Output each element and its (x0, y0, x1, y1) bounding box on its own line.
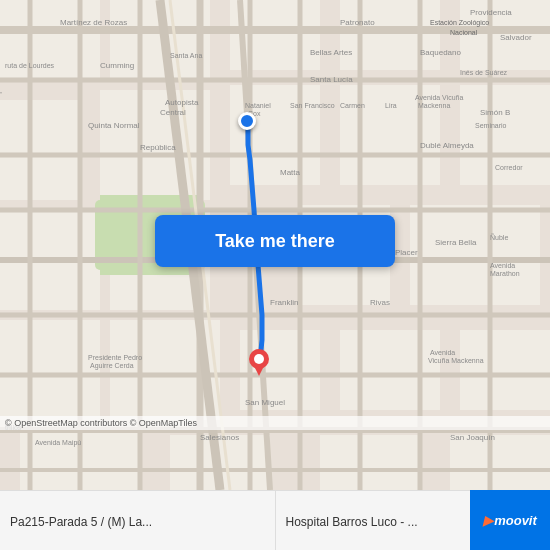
svg-rect-18 (340, 330, 440, 410)
svg-text:Inés de Suárez: Inés de Suárez (460, 69, 508, 76)
svg-rect-6 (0, 100, 80, 200)
svg-text:Placer: Placer (395, 248, 418, 257)
bottom-bar: Pa215-Parada 5 / (M) La... Hospital Barr… (0, 490, 550, 550)
svg-text:Cumming: Cumming (100, 61, 134, 70)
svg-text:Corredor: Corredor (495, 164, 523, 171)
svg-rect-23 (450, 435, 550, 490)
svg-text:Autopista: Autopista (165, 98, 199, 107)
svg-text:Mackenna: Mackenna (418, 102, 450, 109)
moovit-logo: ▶ moovit (470, 490, 550, 550)
svg-text:Ñuble: Ñuble (490, 233, 508, 241)
svg-text:San Miguel: San Miguel (245, 398, 285, 407)
svg-text:Matta: Matta (280, 168, 301, 177)
map-attribution: © OpenStreetMap contributors © OpenMapTi… (0, 416, 550, 430)
svg-text:Nacional: Nacional (450, 29, 478, 36)
svg-text:Salvador: Salvador (500, 33, 532, 42)
take-me-there-button[interactable]: Take me there (155, 215, 395, 267)
moovit-arrow-icon: ▶ (483, 513, 493, 528)
svg-text:Aguirre Cerda: Aguirre Cerda (90, 362, 134, 370)
svg-text:Central: Central (160, 108, 186, 117)
svg-text:San Francisco: San Francisco (290, 102, 335, 109)
svg-text:Avenida Maipú: Avenida Maipú (35, 439, 81, 447)
svg-text:ruta de Lourdes: ruta de Lourdes (5, 62, 55, 69)
svg-text:Carmen: Carmen (340, 102, 365, 109)
svg-rect-15 (0, 320, 100, 420)
svg-text:Sierra Bella: Sierra Bella (435, 238, 477, 247)
svg-text:Bellas Artes: Bellas Artes (310, 48, 352, 57)
svg-rect-4 (340, 0, 440, 70)
svg-text:Patronato: Patronato (340, 18, 375, 27)
svg-rect-22 (320, 435, 420, 490)
svg-text:Rivas: Rivas (370, 298, 390, 307)
svg-text:Vicuña Mackenna: Vicuña Mackenna (428, 357, 484, 364)
svg-text:Presidente Pedro: Presidente Pedro (88, 354, 142, 361)
svg-text:Dublé Almeyda: Dublé Almeyda (420, 141, 474, 150)
svg-rect-14 (410, 205, 540, 305)
svg-text:Avenida: Avenida (490, 262, 515, 269)
map-container: Martínez de Rozas Patronato Estación Zoo… (0, 0, 550, 490)
svg-text:Providencia: Providencia (470, 8, 512, 17)
svg-text:Lira: Lira (385, 102, 397, 109)
svg-text:Santa Ana: Santa Ana (170, 52, 202, 59)
svg-text:República: República (140, 143, 176, 152)
svg-marker-99 (253, 364, 265, 376)
svg-text:Avenida Vicuña: Avenida Vicuña (415, 94, 463, 101)
svg-text:Avenida: Avenida (430, 349, 455, 356)
origin-section: Pa215-Parada 5 / (M) La... (0, 491, 276, 550)
origin-label: Pa215-Parada 5 / (M) La... (10, 515, 265, 529)
svg-point-100 (254, 354, 264, 364)
moovit-label: moovit (494, 513, 537, 528)
svg-text:Estación Zoológico: Estación Zoológico (430, 19, 489, 27)
svg-text:Martínez de Rozas: Martínez de Rozas (60, 18, 127, 27)
svg-text:Simón B: Simón B (480, 108, 510, 117)
destination-marker (248, 348, 270, 378)
origin-marker (238, 112, 256, 130)
svg-text:Seminario: Seminario (475, 122, 507, 129)
svg-rect-19 (460, 330, 550, 410)
svg-text:Marathon: Marathon (490, 270, 520, 277)
svg-text:Salesianos: Salesianos (200, 433, 239, 442)
svg-text:Franklin: Franklin (270, 298, 298, 307)
svg-text:Baquedano: Baquedano (420, 48, 461, 57)
svg-text:Nataniel: Nataniel (245, 102, 271, 109)
svg-text:Santa Lucía: Santa Lucía (310, 75, 353, 84)
svg-text:Quinta Normal: Quinta Normal (88, 121, 140, 130)
svg-text:San Joaquín: San Joaquín (450, 433, 495, 442)
